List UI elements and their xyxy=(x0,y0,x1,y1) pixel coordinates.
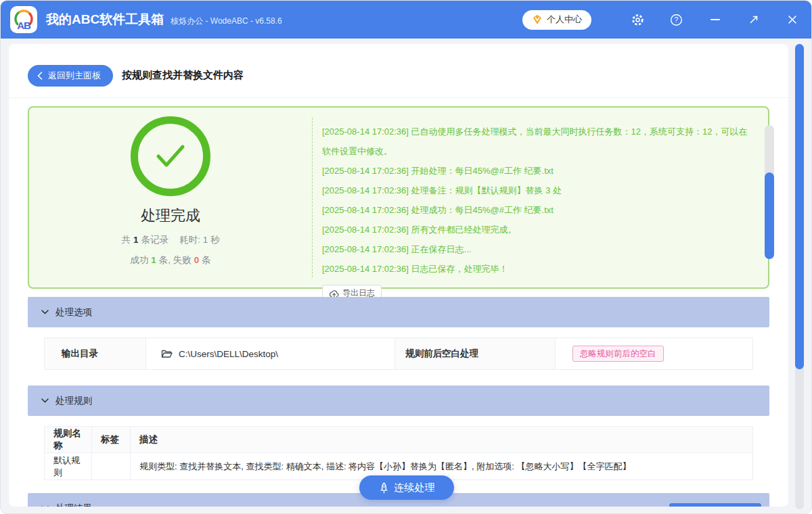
folder-icon xyxy=(161,349,173,358)
chevron-down-icon xyxy=(41,310,49,314)
log-entry: [2025-08-14 17:02:36] 正在保存日志... xyxy=(322,239,755,259)
whitespace-value-cell: 忽略规则前后的空白 xyxy=(556,338,752,369)
column-rule-name: 规则名称 xyxy=(45,427,92,453)
user-center-label: 个人中心 xyxy=(547,14,582,26)
section-title: 处理结果 xyxy=(55,503,92,507)
app-logo-icon: AB xyxy=(10,6,37,33)
status-panel: 处理完成 共1条记录耗时: 1 秒 成功1条, 失败0条 [2025-08-14… xyxy=(28,106,769,289)
continue-processing-button[interactable]: 连续处理 xyxy=(359,475,454,500)
status-summary: 处理完成 共1条记录耗时: 1 秒 成功1条, 失败0条 xyxy=(29,108,312,287)
maximize-button[interactable] xyxy=(734,1,773,39)
settings-button[interactable] xyxy=(618,1,657,39)
main-scrollbar[interactable] xyxy=(795,44,804,509)
minimize-button[interactable] xyxy=(696,1,734,39)
output-dir-value[interactable]: C:\Users\DELL\Desktop\ xyxy=(146,338,395,369)
rules-table-header: 规则名称 标签 描述 xyxy=(45,427,753,453)
log-scrollbar[interactable] xyxy=(765,125,774,259)
section-processing-options[interactable]: 处理选项 xyxy=(28,297,769,327)
app-window: AB 我的ABC软件工具箱 核烁办公 - WodeABC - v6.58.6 个… xyxy=(0,0,812,514)
page-header: 返回到主面板 按规则查找并替换文件内容 xyxy=(9,44,788,98)
cloud-upload-icon xyxy=(329,289,339,298)
rule-name-cell: 默认规则 xyxy=(45,453,92,480)
minimize-icon xyxy=(710,19,720,20)
back-label: 返回到主面板 xyxy=(48,70,101,82)
rule-tag-cell xyxy=(92,453,131,480)
log-entry: [2025-08-14 17:02:36] 所有文件都已经处理完成。 xyxy=(322,220,755,239)
section-processing-rules[interactable]: 处理规则 xyxy=(28,386,769,416)
help-button[interactable]: ? xyxy=(657,1,696,39)
whitespace-label: 规则前后空白处理 xyxy=(395,338,556,369)
help-icon: ? xyxy=(670,14,683,26)
results-action-button[interactable] xyxy=(669,503,761,507)
chevron-down-icon xyxy=(41,398,49,403)
log-entry: [2025-08-14 17:02:36] 开始处理：每日45%@#工作 纪要.… xyxy=(322,161,755,181)
log-scrollbar-thumb[interactable] xyxy=(765,172,774,259)
resize-icon xyxy=(748,14,759,25)
continue-label: 连续处理 xyxy=(394,482,435,494)
close-icon xyxy=(787,14,798,25)
status-title: 处理完成 xyxy=(141,206,200,226)
section-title: 处理规则 xyxy=(55,395,92,407)
log-entry: [2025-08-14 17:02:36] 处理成功：每日45%@#工作 纪要.… xyxy=(322,200,755,220)
column-tag: 标签 xyxy=(92,427,131,453)
log-area: [2025-08-14 17:02:36] 已自动使用多任务处理模式，当前最大同… xyxy=(313,108,785,287)
vip-badge-icon xyxy=(532,14,543,25)
log-entry: [2025-08-14 17:02:36] 已自动使用多任务处理模式，当前最大同… xyxy=(322,122,755,161)
gear-icon xyxy=(631,14,644,26)
status-success-fail: 成功1条, 失败0条 xyxy=(130,254,211,266)
log-entry: [2025-08-14 17:02:36] 日志已保存，处理完毕！ xyxy=(322,259,755,279)
chevron-down-icon xyxy=(41,506,49,507)
elapsed-time: 耗时: 1 秒 xyxy=(179,235,219,245)
rules-table: 规则名称 标签 描述 默认规则 规则类型: 查找并替换文本, 查找类型: 精确文… xyxy=(44,426,753,480)
back-to-dashboard-button[interactable]: 返回到主面板 xyxy=(28,65,113,87)
user-center-button[interactable]: 个人中心 xyxy=(522,10,591,30)
whitespace-option-tag[interactable]: 忽略规则前后的空白 xyxy=(572,346,664,362)
svg-text:?: ? xyxy=(675,16,679,24)
section-title: 处理选项 xyxy=(55,306,92,319)
logo-letters: AB xyxy=(10,20,37,31)
window-controls: ? xyxy=(618,1,811,39)
close-button[interactable] xyxy=(773,1,811,39)
options-row: 输出目录 C:\Users\DELL\Desktop\ 规则前后空白处理 忽略规… xyxy=(44,337,753,370)
success-count: 1 xyxy=(151,255,156,265)
output-dir-label: 输出目录 xyxy=(45,338,146,369)
success-check-icon xyxy=(131,116,210,196)
titlebar: AB 我的ABC软件工具箱 核烁办公 - WodeABC - v6.58.6 个… xyxy=(1,1,811,39)
chevron-left-icon xyxy=(37,72,43,80)
status-totals: 共1条记录耗时: 1 秒 xyxy=(122,234,220,246)
column-description: 描述 xyxy=(131,427,753,453)
output-dir-path: C:\Users\DELL\Desktop\ xyxy=(179,349,278,359)
main-scrollbar-thumb[interactable] xyxy=(795,44,804,369)
log-entry: [2025-08-14 17:02:36] 处理备注：规则【默认规则】替换 3 … xyxy=(322,181,755,200)
page-title: 按规则查找并替换文件内容 xyxy=(122,69,244,82)
content-panel: 返回到主面板 按规则查找并替换文件内容 处理完成 共1条记录耗时: 1 秒 成功… xyxy=(9,44,788,507)
app-subtitle: 核烁办公 - WodeABC - v6.58.6 xyxy=(171,16,282,27)
app-title: 我的ABC软件工具箱 xyxy=(46,11,164,28)
log-list: [2025-08-14 17:02:36] 已自动使用多任务处理模式，当前最大同… xyxy=(322,122,755,279)
rocket-icon xyxy=(379,482,389,494)
total-count: 1 xyxy=(133,235,139,245)
fail-count: 0 xyxy=(194,255,200,265)
